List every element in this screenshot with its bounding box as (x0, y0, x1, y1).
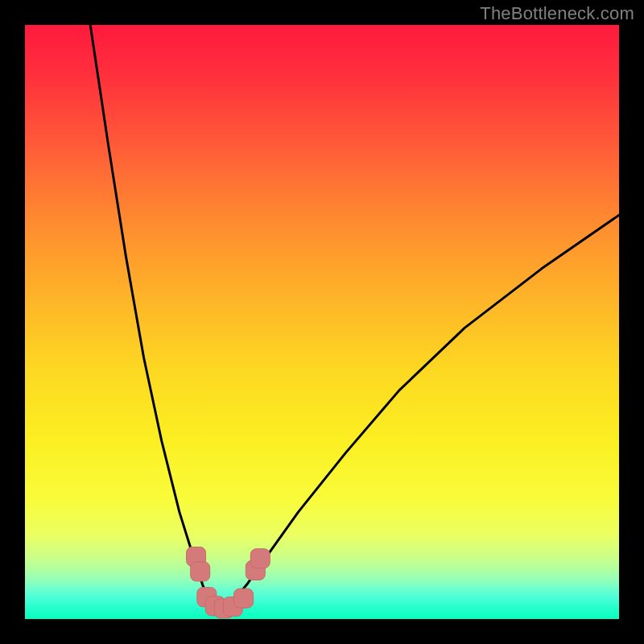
data-marker (191, 562, 210, 581)
bottleneck-curve (90, 25, 619, 610)
curve-markers (187, 547, 270, 618)
watermark-text: TheBottleneck.com (480, 3, 634, 24)
chart-frame: TheBottleneck.com (0, 0, 644, 644)
curve-lines (90, 25, 619, 610)
plot-area (25, 25, 619, 619)
data-marker (234, 588, 254, 608)
chart-svg (25, 25, 619, 619)
data-marker (250, 549, 270, 568)
